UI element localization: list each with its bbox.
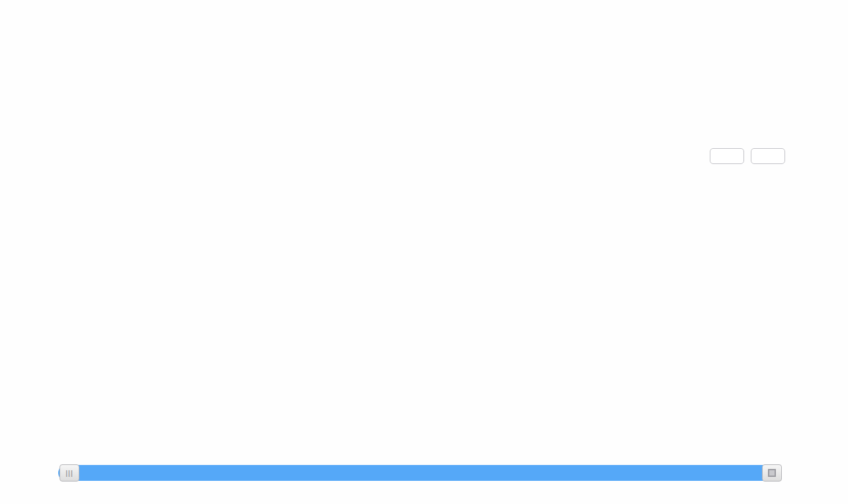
chart-range-scrollbar: ||| — [58, 464, 792, 482]
square-handle-icon — [768, 469, 776, 477]
perf-report-page: ||| — [0, 0, 848, 504]
grip-icon: ||| — [65, 470, 73, 477]
fps-threshold-controls — [703, 148, 792, 164]
scrollbar-track[interactable] — [58, 465, 781, 481]
scrollbar-left-handle[interactable]: ||| — [60, 464, 79, 482]
chart-label-bar — [58, 180, 792, 203]
fps-threshold-input-1[interactable] — [710, 148, 744, 164]
scrollbar-right-handle[interactable] — [762, 464, 782, 482]
fps-line-chart — [0, 216, 848, 463]
fps-threshold-input-2[interactable] — [751, 148, 785, 164]
